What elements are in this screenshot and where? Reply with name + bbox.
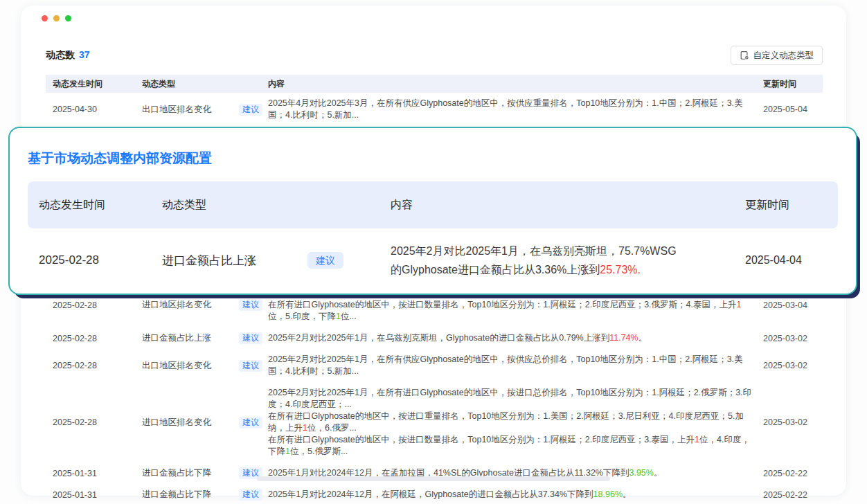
overlay-row-content: 2025年2月对比2025年1月，在乌兹别亮斯坦，75.7%WSG的Glypho… [391, 242, 745, 279]
content-text: 2025年2月对比2025年1月，在所有供应Glyphosate的地区中，按供应… [268, 354, 743, 376]
row-date: 2025-01-31 [53, 490, 142, 500]
overlay-table-row[interactable]: 2025-02-28 进口金额占比上涨 建议 2025年2月对比2025年1月，… [28, 228, 838, 292]
content-text: 。 [654, 468, 663, 478]
row-type: 进口金额占比下降 [142, 467, 239, 479]
customize-dynamic-type-button[interactable]: 自定义动态类型 [731, 46, 823, 65]
highlighted-value: 25.73%. [600, 264, 641, 276]
overlay-table-header: 动态发生时间 动态类型 内容 更新时间 [28, 181, 838, 228]
content-text: 位，5.俄罗斯... [290, 447, 348, 456]
table-body-bottom: 2025-02-28进口地区排名变化建议在所有进口Glyphosate的地区中，… [46, 282, 823, 504]
content-text: 位... [341, 312, 357, 321]
page: 动态数37 自定义动态类型 动态发生时间 动态类型 内容 更新时间 202 [0, 0, 867, 504]
row-date: 2025-02-28 [53, 417, 142, 427]
row-type: 出口地区排名变化 [142, 360, 239, 372]
row-updated: 2025-03-02 [763, 361, 823, 370]
row-updated: 2025-05-04 [763, 105, 823, 114]
row-updated: 2025-02-22 [763, 469, 823, 478]
row-content: 2025年4月对比2025年3月，在所有供应Glyphosate的地区中，按供应… [268, 98, 763, 121]
content-line: 2025年2月对比2025年1月，在乌兹别克斯坦，Glyphosate的进口金额… [268, 332, 758, 344]
row-type: 出口地区排名变化 [142, 104, 239, 116]
header-content: 内容 [268, 78, 763, 90]
row-badge-cell: 建议 [239, 104, 268, 116]
content-line: 在所有进口Glyphosate的地区中，按进口重量排名，Top10地区分别为：1… [268, 411, 758, 434]
toolbar: 动态数37 自定义动态类型 [46, 46, 823, 65]
overlay-row-type: 进口金额占比上涨 [162, 253, 256, 269]
content-line: 在所有进口Glyphosate的地区中，按进口数量排名，Top10地区分别为：1… [268, 299, 758, 323]
suggestion-badge: 建议 [239, 299, 262, 311]
highlighted-value: 11.74% [609, 333, 638, 343]
row-type: 进口金额占比上涨 [142, 332, 239, 344]
content-text: 在所有进口Glyphosate的地区中，按进口数量排名，Top10地区分别为：1… [268, 435, 695, 444]
content-text: 2025年4月对比2025年3月，在所有供应Glyphosate的地区中，按供应… [268, 98, 743, 120]
suggestion-badge: 建议 [239, 489, 262, 501]
row-date: 2025-02-28 [53, 361, 142, 370]
row-content: 2025年1月对比2024年12月，在阿根廷，Glyphosate的进口金额占比… [268, 489, 763, 501]
content-line: 2025年1月对比2024年12月，在阿根廷，Glyphosate的进口金额占比… [268, 489, 758, 501]
row-date: 2025-02-28 [53, 300, 142, 310]
customize-icon [740, 51, 749, 60]
table-header: 动态发生时间 动态类型 内容 更新时间 [46, 75, 823, 93]
row-content: 2025年2月对比2025年1月，在所有供应Glyphosate的地区中，按供应… [268, 354, 763, 377]
content-line: 2025年2月对比2025年1月，在乌兹别亮斯坦，75.7%WSG [391, 242, 737, 260]
highlighted-value: 3.95% [629, 468, 653, 478]
header-occur-time: 动态发生时间 [53, 78, 142, 90]
highlighted-value: 1 [336, 312, 341, 321]
content-text: 。 [638, 333, 647, 343]
overlay-title: 基于市场动态调整内部资源配置 [28, 150, 838, 168]
content-text: 在所有进口Glyphosate的地区中，按进口数量排名，Top10地区分别为：1… [268, 300, 737, 309]
overlay-row-date: 2025-02-28 [39, 253, 162, 267]
minimize-window-button[interactable] [53, 15, 60, 21]
row-badge-cell: 建议 [239, 417, 268, 429]
row-badge-cell: 建议 [239, 360, 268, 372]
maximize-window-button[interactable] [65, 15, 71, 21]
overlay-header-occur-time: 动态发生时间 [39, 198, 162, 213]
header-update-time: 更新时间 [763, 78, 823, 90]
suggestion-badge: 建议 [239, 360, 262, 372]
highlighted-value: 1 [695, 435, 699, 444]
row-updated: 2025-03-04 [763, 300, 823, 310]
row-type: 进口地区排名变化 [142, 417, 239, 429]
highlighted-value: 1 [303, 423, 307, 433]
suggestion-badge: 建议 [239, 104, 262, 116]
content-text: 2025年2月对比2025年1月，在乌兹别克斯坦，Glyphosate的进口金额… [268, 333, 609, 343]
content-text: 位，5.印度，下降 [268, 312, 336, 321]
row-badge-cell: 建议 [239, 299, 268, 311]
content-line: 在所有进口Glyphosate的地区中，按进口数量排名，Top10地区分别为：1… [268, 434, 758, 458]
table-body-top: 2025-04-30出口地区排名变化建议2025年4月对比2025年3月，在所有… [46, 93, 823, 126]
row-badge-cell: 建议 [239, 489, 268, 501]
row-content: 2025年2月对比2025年1月，在所有进口Glyphosate的地区中，按进口… [268, 387, 763, 458]
suggestion-badge: 建议 [307, 252, 343, 269]
overlay-header-content: 内容 [391, 198, 745, 213]
table-row[interactable]: 2025-01-31进口金额占比下降建议2025年1月对比2024年12月，在阿… [46, 484, 823, 504]
table-row[interactable]: 2025-04-30出口地区排名变化建议2025年4月对比2025年3月，在所有… [46, 93, 823, 126]
row-content: 2025年2月对比2025年1月，在乌兹别克斯坦，Glyphosate的进口金额… [268, 332, 763, 344]
horizontal-scrollbar[interactable] [257, 476, 610, 481]
table-row[interactable]: 2025-02-28进口地区排名变化建议2025年2月对比2025年1月，在所有… [46, 382, 823, 462]
content-text: 位，6.俄罗... [307, 423, 357, 433]
row-updated: 2025-03-02 [763, 417, 823, 427]
overlay-header-update-time: 更新时间 [745, 198, 838, 213]
content-text: 。 [623, 489, 632, 499]
highlighted-value: 1 [285, 447, 290, 456]
row-updated: 2025-03-02 [763, 334, 823, 343]
content-line: 2025年4月对比2025年3月，在所有供应Glyphosate的地区中，按供应… [268, 98, 758, 121]
row-type: 进口地区排名变化 [142, 299, 239, 311]
window-controls [42, 15, 71, 21]
row-badge-cell: 建议 [239, 332, 268, 344]
overlay-row-type-cell: 进口金额占比上涨 建议 [162, 252, 391, 269]
content-text: 的Glyphosate进口金额占比从3.36%上涨到 [391, 264, 600, 276]
row-updated: 2025-02-22 [763, 490, 823, 500]
header-dynamic-type: 动态类型 [142, 78, 239, 90]
suggestion-badge: 建议 [239, 417, 262, 429]
content-line: 2025年2月对比2025年1月，在所有供应Glyphosate的地区中，按供应… [268, 354, 758, 377]
highlighted-value: 18.96% [593, 489, 623, 499]
row-date: 2025-02-28 [53, 334, 142, 343]
dynamics-count: 动态数37 [46, 49, 90, 62]
suggestion-badge: 建议 [239, 332, 262, 344]
table-row[interactable]: 2025-02-28进口金额占比上涨建议2025年2月对比2025年1月，在乌兹… [46, 327, 823, 349]
table-row[interactable]: 2025-02-28出口地区排名变化建议2025年2月对比2025年1月，在所有… [46, 349, 823, 382]
overlay-row-updated: 2025-04-04 [745, 254, 838, 267]
close-window-button[interactable] [42, 15, 48, 21]
dynamics-count-value: 37 [79, 49, 90, 60]
highlighted-value: 1 [737, 300, 742, 309]
